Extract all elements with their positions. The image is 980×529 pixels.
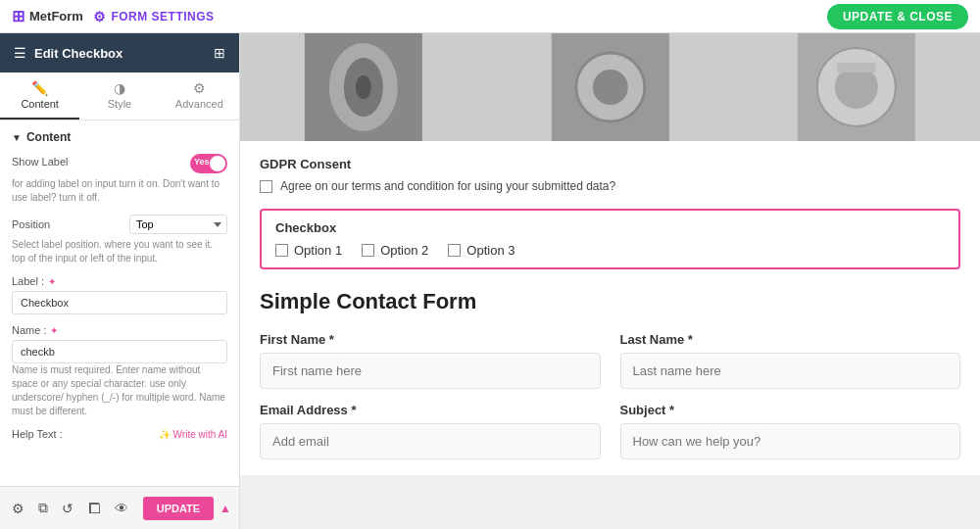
canvas-inner: GDPR Consent Agree on our terms and cond…: [240, 33, 980, 475]
gear-icon: ⚙: [93, 9, 107, 24]
svg-point-6: [593, 70, 628, 105]
label-label-row: Label : ✦: [12, 275, 227, 287]
section-label: Content: [26, 130, 71, 144]
metform-logo-text: MetForm: [29, 9, 83, 24]
product-img-3: [733, 33, 980, 141]
label-field-label: Label : ✦: [12, 275, 56, 287]
canvas-panel: GDPR Consent Agree on our terms and cond…: [240, 33, 980, 529]
layers-icon[interactable]: ⧉: [34, 496, 52, 520]
help-text-row: Help Text : ✨ Write with AI: [12, 428, 227, 440]
show-label-hint: for adding label on input turn it on. Do…: [12, 177, 227, 205]
subject-group: Subject *: [620, 403, 961, 459]
svg-rect-10: [837, 63, 876, 72]
last-name-input[interactable]: [620, 353, 961, 389]
style-tab-label: Style: [108, 98, 131, 110]
toggle-yes-label: Yes: [194, 157, 210, 167]
ai-link[interactable]: ✨ Write with AI: [159, 429, 227, 440]
checkbox-section: Checkbox Option 1 Option 2 Option 3: [260, 209, 960, 269]
name-field-label: Name : ✦: [12, 324, 58, 336]
tabs: ✏️ Content ◑ Style ⚙ Advanced: [0, 72, 239, 120]
position-row: Position Top Left Select label position.…: [12, 215, 227, 265]
content-section-heading: ▼ Content: [12, 130, 227, 144]
label-info-icon: ✦: [48, 276, 56, 287]
bottom-toolbar: ⚙ ⧉ ↺ ⧠ 👁 UPDATE ▲: [0, 486, 239, 529]
advanced-tab-icon: ⚙: [193, 80, 206, 96]
check-box-1[interactable]: [275, 244, 288, 257]
top-bar-left: ⊞ MetForm ⚙ FORM SETTINGS: [12, 7, 215, 25]
svg-point-3: [356, 75, 371, 99]
check-box-2[interactable]: [362, 244, 374, 257]
first-name-label: First Name *: [260, 332, 601, 347]
panel-header-left: ☰ Edit Checkbox: [14, 45, 122, 61]
form-content: GDPR Consent Agree on our terms and cond…: [240, 141, 980, 475]
name-input[interactable]: [12, 340, 227, 363]
checkbox-option-2: Option 2: [362, 243, 428, 258]
subject-label: Subject *: [620, 403, 961, 417]
gdpr-checkbox-row: Agree on our terms and condition for usi…: [260, 179, 960, 193]
product-images: [240, 33, 980, 141]
update-close-button[interactable]: UPDATE & CLOSE: [827, 4, 968, 29]
label-field-row: Label : ✦: [12, 275, 227, 314]
option-2-label: Option 2: [380, 243, 428, 258]
show-label-row: Show Label Yes for adding label on input…: [12, 154, 227, 205]
last-name-group: Last Name *: [620, 332, 961, 389]
email-input[interactable]: [260, 423, 601, 459]
tab-content[interactable]: ✏️ Content: [0, 72, 79, 120]
first-name-input[interactable]: [260, 353, 601, 389]
product-img-1: [240, 33, 487, 141]
show-label-text: Show Label: [12, 156, 69, 168]
eye-icon[interactable]: 👁: [111, 497, 132, 520]
checkbox-option-3: Option 3: [448, 243, 514, 258]
simple-form-title: Simple Contact Form: [260, 289, 960, 314]
tab-style[interactable]: ◑ Style: [79, 72, 159, 120]
advanced-tab-label: Advanced: [175, 98, 223, 110]
form-settings-link[interactable]: ⚙ FORM SETTINGS: [93, 9, 215, 24]
toggle-row: Show Label Yes: [12, 154, 227, 173]
position-select-row: Position Top Left: [12, 215, 227, 234]
hamburger-icon[interactable]: ☰: [14, 45, 26, 61]
main-layout: ☰ Edit Checkbox ⊞ ✏️ Content ◑ Style ⚙ A…: [0, 33, 980, 529]
last-name-label: Last Name *: [620, 332, 961, 347]
option-3-label: Option 3: [466, 243, 514, 258]
update-button[interactable]: UPDATE: [143, 497, 214, 520]
help-text-label: Help Text :: [12, 428, 63, 440]
metform-logo: ⊞ MetForm: [12, 7, 83, 25]
chevron-up-icon[interactable]: ▲: [220, 502, 231, 515]
content-tab-label: Content: [21, 98, 59, 110]
settings-icon[interactable]: ⚙: [8, 497, 28, 520]
product-img-2: [487, 33, 734, 141]
gdpr-text: Agree on our terms and condition for usi…: [280, 179, 615, 193]
metform-logo-icon: ⊞: [12, 7, 24, 25]
panel-title: Edit Checkbox: [34, 46, 122, 61]
position-label: Position: [12, 218, 50, 230]
top-bar: ⊞ MetForm ⚙ FORM SETTINGS UPDATE & CLOSE: [0, 0, 980, 33]
toggle-knob: [210, 156, 225, 171]
tab-advanced[interactable]: ⚙ Advanced: [160, 72, 239, 120]
history-icon[interactable]: ↺: [58, 497, 77, 520]
panel-content: ▼ Content Show Label Yes for adding labe…: [0, 120, 239, 486]
checkbox-heading: Checkbox: [275, 220, 945, 235]
email-label: Email Address *: [260, 403, 601, 417]
form-grid: First Name * Last Name * Email Address *…: [260, 332, 960, 459]
label-input[interactable]: [12, 291, 227, 314]
checkbox-options: Option 1 Option 2 Option 3: [275, 243, 945, 258]
name-label-row: Name : ✦: [12, 324, 227, 336]
gdpr-section: GDPR Consent Agree on our terms and cond…: [260, 157, 960, 193]
check-box-3[interactable]: [448, 244, 461, 257]
subject-input[interactable]: [620, 423, 961, 459]
show-label-toggle[interactable]: Yes: [190, 154, 227, 173]
arrow-icon: ▼: [12, 132, 22, 143]
first-name-group: First Name *: [260, 332, 601, 389]
left-panel: ☰ Edit Checkbox ⊞ ✏️ Content ◑ Style ⚙ A…: [0, 33, 240, 529]
name-field-row: Name : ✦ Name is must required. Enter na…: [12, 324, 227, 418]
position-select[interactable]: Top Left: [129, 215, 227, 234]
panel-header: ☰ Edit Checkbox ⊞: [0, 33, 239, 72]
grid-icon[interactable]: ⊞: [214, 45, 225, 61]
checkbox-option-1: Option 1: [275, 243, 342, 258]
gdpr-checkbox[interactable]: [260, 180, 272, 193]
email-group: Email Address *: [260, 403, 601, 459]
content-tab-icon: ✏️: [31, 80, 48, 96]
copy-icon[interactable]: ⧠: [83, 497, 105, 520]
style-tab-icon: ◑: [114, 80, 125, 96]
form-settings-label: FORM SETTINGS: [111, 10, 214, 24]
